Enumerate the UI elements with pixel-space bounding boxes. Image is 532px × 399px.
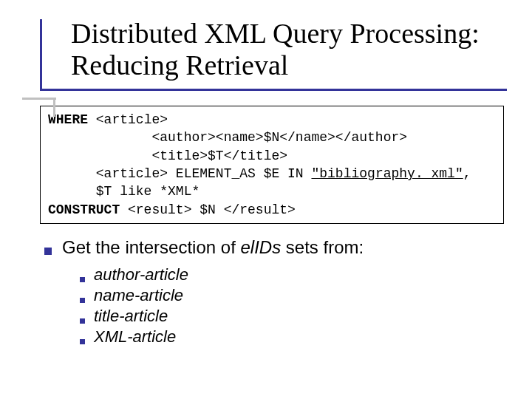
- bullet-text-post: sets from:: [281, 237, 364, 257]
- sub-item-label: name-article: [94, 286, 183, 305]
- sub-item: name-article: [80, 286, 532, 305]
- code-l2: <author><name>$N</name></author>: [48, 130, 407, 145]
- decor-title-underline: [40, 89, 507, 91]
- bullet-icon: [80, 318, 85, 324]
- code-l4c: ,: [463, 166, 471, 181]
- bullet-icon: [80, 339, 85, 344]
- code-l4a: <article> ELEMENT_AS $E IN: [48, 166, 311, 181]
- sub-item-label: XML-article: [94, 327, 176, 347]
- decor-vertical-line: [40, 19, 42, 91]
- slide: Distributed XML Query Processing: Reduci…: [0, 0, 532, 399]
- bullet-icon: [44, 248, 52, 255]
- sub-item: author-article: [80, 265, 532, 284]
- bullet-text-pre: Get the intersection of: [62, 237, 240, 257]
- bullet-text-em: elIDs: [240, 237, 281, 257]
- bullet-text: Get the intersection of elIDs sets from:: [62, 237, 364, 258]
- sub-item: XML-article: [80, 327, 532, 347]
- sub-item-label: author-article: [94, 265, 188, 284]
- code-l3: <title>$T</title>: [48, 149, 287, 163]
- decor-corner-horizontal: [22, 98, 56, 100]
- sub-item: title-article: [80, 307, 532, 326]
- code-l1: <article>: [88, 112, 168, 127]
- slide-title: Distributed XML Query Processing: Reduci…: [71, 18, 499, 83]
- bullet-icon: [80, 277, 85, 282]
- code-box: WHERE <article> <author><name>$N</name><…: [40, 106, 504, 224]
- sub-item-label: title-article: [94, 307, 168, 326]
- decor-corner-vertical: [53, 98, 55, 117]
- code-l5: $T like *XML*: [48, 184, 200, 199]
- code-l4-link: "bibliography. xml": [311, 166, 463, 181]
- kw-construct: CONSTRUCT: [48, 202, 120, 217]
- body: Get the intersection of elIDs sets from:…: [44, 237, 532, 347]
- bullet-level1: Get the intersection of elIDs sets from:: [44, 237, 532, 258]
- bullet-icon: [80, 298, 85, 303]
- sub-list: author-article name-article title-articl…: [80, 265, 532, 347]
- code-l6: <result> $N </result>: [120, 202, 296, 217]
